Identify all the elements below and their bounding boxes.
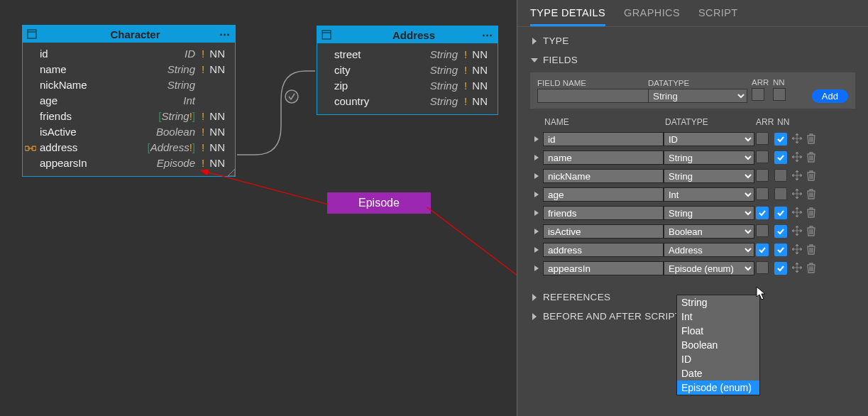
- new-field-name-input[interactable]: [537, 89, 664, 103]
- arr-checkbox[interactable]: [756, 169, 769, 182]
- trash-icon[interactable]: [806, 170, 817, 183]
- entity-character-header[interactable]: Character ⋯: [23, 26, 235, 43]
- field-datatype-select[interactable]: Episode (enum): [664, 261, 754, 275]
- field-name-input[interactable]: [543, 150, 664, 165]
- trash-icon[interactable]: [806, 225, 817, 239]
- entity-row[interactable]: zip String ! NN: [317, 77, 498, 93]
- nn-checkbox[interactable]: [774, 187, 787, 200]
- dropdown-item[interactable]: String: [677, 295, 759, 310]
- trash-icon[interactable]: [806, 188, 817, 202]
- chevron-right-icon[interactable]: [530, 246, 543, 253]
- trash-icon[interactable]: [806, 133, 817, 146]
- tab-script[interactable]: SCRIPT: [698, 4, 738, 26]
- new-field-datatype-select[interactable]: String: [648, 89, 747, 103]
- arr-checkbox[interactable]: [756, 187, 769, 200]
- move-icon[interactable]: [791, 207, 803, 220]
- entity-row[interactable]: name String ! NN: [23, 61, 235, 77]
- dropdown-item[interactable]: Int: [677, 310, 759, 324]
- nn-checkbox[interactable]: [774, 243, 787, 256]
- field-row: ID: [530, 130, 855, 148]
- entity-address[interactable]: Address ⋯ street String ! NN city String…: [317, 26, 498, 115]
- entity-character[interactable]: Character ⋯ id ID ! NN name String ! NN …: [22, 25, 236, 177]
- move-icon[interactable]: [791, 170, 803, 183]
- move-icon[interactable]: [791, 151, 803, 165]
- canvas-area[interactable]: Character ⋯ id ID ! NN name String ! NN …: [0, 0, 517, 416]
- tab-type-details[interactable]: TYPE DETAILS: [530, 4, 605, 26]
- dropdown-item[interactable]: Boolean: [677, 338, 759, 352]
- entity-row[interactable]: id ID ! NN: [23, 45, 235, 61]
- nn-checkbox[interactable]: [774, 262, 787, 275]
- move-icon[interactable]: [791, 243, 803, 257]
- dropdown-item[interactable]: Float: [677, 324, 759, 338]
- move-icon[interactable]: [791, 133, 803, 146]
- trash-icon[interactable]: [806, 262, 817, 275]
- chevron-right-icon[interactable]: [530, 265, 543, 272]
- entity-row[interactable]: city String ! NN: [317, 62, 498, 77]
- nn-checkbox[interactable]: [774, 169, 787, 182]
- dropdown-item[interactable]: Episode (enum): [677, 381, 759, 395]
- trash-icon[interactable]: [806, 151, 817, 165]
- entity-row[interactable]: isActive Boolean ! NN: [23, 124, 235, 139]
- field-datatype-select[interactable]: Int: [664, 187, 754, 202]
- entity-row[interactable]: street String ! NN: [317, 46, 498, 62]
- chevron-right-icon[interactable]: [530, 136, 543, 143]
- chevron-right-icon[interactable]: [530, 191, 543, 198]
- entity-row[interactable]: age Int: [23, 92, 235, 108]
- field-name-input[interactable]: [543, 187, 664, 202]
- arr-checkbox[interactable]: [756, 207, 769, 219]
- arr-checkbox[interactable]: [756, 224, 769, 237]
- field-bang: !: [198, 126, 208, 138]
- field-name-input[interactable]: [543, 132, 664, 146]
- field-datatype-select[interactable]: String: [664, 206, 754, 220]
- field-datatype-select[interactable]: Boolean: [664, 224, 754, 239]
- chevron-right-icon[interactable]: [530, 209, 543, 217]
- field-datatype-select[interactable]: String: [664, 169, 754, 183]
- more-icon[interactable]: ⋯: [482, 28, 493, 41]
- entity-row[interactable]: nickName String: [23, 77, 235, 92]
- field-type: ID: [112, 48, 198, 60]
- nn-checkbox[interactable]: [774, 207, 787, 219]
- move-icon[interactable]: [791, 262, 803, 275]
- move-icon[interactable]: [791, 225, 803, 239]
- field-name-input[interactable]: [543, 169, 664, 183]
- nn-checkbox[interactable]: [774, 151, 787, 164]
- chevron-right-icon[interactable]: [530, 228, 543, 235]
- move-icon[interactable]: [791, 188, 803, 202]
- arr-checkbox[interactable]: [756, 243, 769, 256]
- section-type[interactable]: TYPE: [530, 31, 855, 50]
- entity-row[interactable]: country String ! NN: [317, 93, 498, 109]
- more-icon[interactable]: ⋯: [219, 28, 231, 40]
- dropdown-item[interactable]: ID: [677, 352, 759, 366]
- field-name-input[interactable]: [543, 206, 664, 220]
- entity-row[interactable]: address [Address!] ! NN: [23, 139, 235, 155]
- arr-checkbox[interactable]: [756, 261, 769, 274]
- new-field-nn-checkbox[interactable]: [773, 88, 786, 101]
- arr-checkbox[interactable]: [756, 150, 769, 163]
- section-fields[interactable]: FIELDS: [530, 50, 855, 70]
- section-references-label: REFERENCES: [543, 292, 610, 302]
- resize-handle[interactable]: [228, 169, 235, 176]
- new-field-arr-checkbox[interactable]: [752, 88, 764, 101]
- arr-checkbox[interactable]: [756, 132, 769, 145]
- chevron-right-icon[interactable]: [530, 173, 543, 180]
- field-datatype-select[interactable]: ID: [664, 132, 754, 146]
- entity-address-header[interactable]: Address ⋯: [317, 26, 498, 43]
- add-button[interactable]: Add: [812, 89, 848, 103]
- datatype-dropdown[interactable]: StringIntFloatBooleanIDDateEpisode (enum…: [676, 295, 760, 395]
- dropdown-item[interactable]: Date: [677, 366, 759, 381]
- nn-checkbox[interactable]: [774, 133, 787, 146]
- field-name-input[interactable]: [543, 224, 664, 239]
- entity-row[interactable]: friends [String!] ! NN: [23, 108, 235, 124]
- field-name: appearsIn: [38, 157, 112, 169]
- trash-icon[interactable]: [806, 207, 817, 220]
- chevron-right-icon[interactable]: [530, 154, 543, 161]
- trash-icon[interactable]: [806, 243, 817, 257]
- entity-row[interactable]: appearsIn Episode ! NN: [23, 155, 235, 170]
- field-name-input[interactable]: [543, 243, 664, 257]
- nn-checkbox[interactable]: [774, 225, 787, 238]
- enum-episode[interactable]: Episode: [327, 192, 431, 214]
- field-name-input[interactable]: [543, 261, 664, 275]
- field-datatype-select[interactable]: Address: [664, 243, 754, 257]
- field-datatype-select[interactable]: String: [664, 150, 754, 165]
- tab-graphics[interactable]: GRAPHICS: [624, 4, 680, 26]
